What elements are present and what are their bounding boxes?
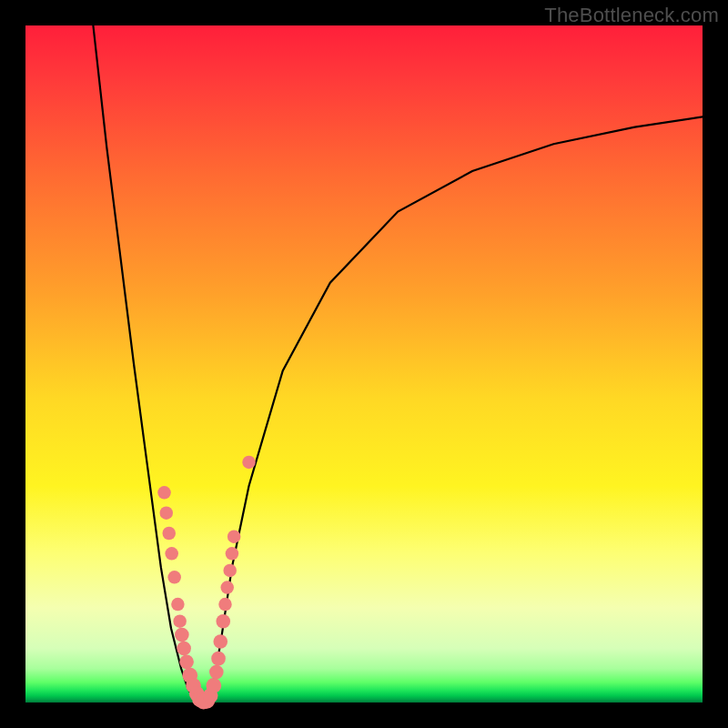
data-point-marker bbox=[157, 486, 171, 500]
data-point-marker bbox=[179, 655, 194, 670]
data-point-marker bbox=[171, 598, 185, 612]
marker-group bbox=[157, 456, 256, 710]
data-point-marker bbox=[209, 665, 224, 680]
data-point-marker bbox=[175, 628, 189, 642]
data-point-marker bbox=[173, 614, 187, 628]
data-point-marker bbox=[213, 634, 228, 649]
curve-group bbox=[93, 25, 703, 703]
data-point-marker bbox=[211, 652, 226, 666]
chart-frame: TheBottleneck.com bbox=[0, 0, 728, 728]
watermark-text: TheBottleneck.com bbox=[544, 4, 719, 27]
data-point-marker bbox=[223, 564, 237, 578]
data-point-marker bbox=[206, 678, 221, 693]
data-point-marker bbox=[226, 547, 238, 561]
data-point-marker bbox=[220, 581, 234, 594]
chart-svg bbox=[25, 25, 703, 703]
data-point-marker bbox=[228, 530, 241, 543]
data-point-marker bbox=[242, 456, 256, 470]
plot-outer bbox=[25, 25, 703, 703]
data-point-marker bbox=[167, 571, 181, 584]
data-point-marker bbox=[216, 614, 230, 629]
data-point-marker bbox=[218, 598, 232, 612]
data-point-marker bbox=[162, 527, 176, 541]
data-point-marker bbox=[177, 642, 191, 656]
data-point-marker bbox=[160, 506, 174, 520]
bottleneck-curve bbox=[93, 25, 703, 703]
data-point-marker bbox=[165, 547, 178, 561]
